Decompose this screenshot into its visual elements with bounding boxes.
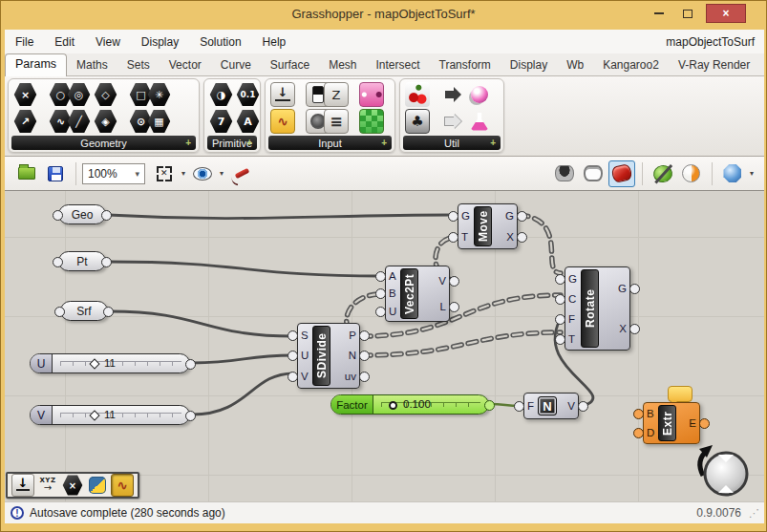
colour-swatch-icon[interactable] xyxy=(359,109,384,134)
rotate-input-g[interactable]: G xyxy=(568,272,577,286)
geometry-param-icon[interactable]: × xyxy=(13,82,37,107)
rotate-output-g[interactable]: G xyxy=(603,282,627,295)
node-pt-param[interactable]: Pt xyxy=(58,251,106,271)
move-input-t[interactable]: T xyxy=(461,230,470,244)
favorite-graph-mapper-icon[interactable]: ∿ xyxy=(111,474,134,497)
rotate-input-c[interactable]: C xyxy=(568,292,577,306)
open-file-button[interactable] xyxy=(13,160,40,187)
mesh-quality-caret-icon[interactable]: ▾ xyxy=(750,169,754,178)
no-preview-button[interactable] xyxy=(551,160,578,187)
move-output-g[interactable]: G xyxy=(496,209,514,223)
sdivide-output-uv[interactable]: uv xyxy=(334,370,356,383)
favorite-point-xyz-icon[interactable]: XYZ→ xyxy=(36,474,59,497)
tab-vray-render[interactable]: V-Ray Render xyxy=(669,55,759,75)
node-slider-v[interactable]: V 11 xyxy=(30,405,190,425)
preview-caret-icon[interactable]: ▾ xyxy=(220,169,224,178)
primitive-group-label[interactable]: Primitive+ xyxy=(207,136,257,150)
relay-arrow-icon[interactable] xyxy=(440,109,465,134)
zoom-extents-caret-icon[interactable]: ▾ xyxy=(181,169,185,178)
save-file-button[interactable] xyxy=(42,160,69,187)
vec2pt-input-u[interactable]: U xyxy=(389,305,396,318)
menu-display[interactable]: Display xyxy=(131,30,189,53)
surface-param-icon[interactable]: ◈ xyxy=(94,109,117,134)
input-group-dropdown-icon[interactable]: + xyxy=(381,138,387,148)
factor-slider-handle[interactable] xyxy=(389,401,397,410)
param-viewer-tree-icon[interactable]: ♣ xyxy=(405,109,430,134)
move-input-g[interactable]: G xyxy=(461,209,470,223)
primitive-group-dropdown-icon[interactable]: + xyxy=(246,138,252,148)
vec2pt-input-a[interactable]: A xyxy=(389,269,396,283)
mesh-param-icon[interactable]: ✳ xyxy=(147,82,171,107)
graph-mapper-icon[interactable]: ∿ xyxy=(270,109,295,134)
value-path-icon[interactable]: Z xyxy=(324,82,349,107)
extr-input-b[interactable]: B xyxy=(647,407,654,420)
tab-kangaroo2[interactable]: Kangaroo2 xyxy=(593,55,669,75)
panel-icon[interactable]: ≡ xyxy=(324,109,349,134)
line-param-icon[interactable]: ╱ xyxy=(67,109,91,134)
zoom-select[interactable]: 100% ▾ xyxy=(82,163,145,184)
geometry-group-label[interactable]: Geometry+ xyxy=(11,136,196,150)
node-srf-param[interactable]: Srf xyxy=(60,301,108,321)
menu-help[interactable]: Help xyxy=(252,30,297,53)
rotate-input-f[interactable]: F xyxy=(568,312,577,326)
favorite-slider-icon[interactable]: ↓ xyxy=(11,474,34,497)
node-extrude[interactable]: B D Extr E xyxy=(643,402,700,444)
gradient-control-icon[interactable] xyxy=(359,82,384,107)
unit-output-v[interactable]: V xyxy=(561,399,575,413)
data-recorder-arrow-icon[interactable] xyxy=(440,82,465,107)
plane-param-icon[interactable]: ◇ xyxy=(94,82,117,107)
menu-view[interactable]: View xyxy=(85,30,131,53)
text-param-icon[interactable]: A xyxy=(236,109,260,134)
node-sdivide[interactable]: S U V SDivide P N uv xyxy=(297,323,360,389)
canvas-navigation-ball[interactable] xyxy=(699,445,747,495)
sdivide-input-s[interactable]: S xyxy=(301,329,309,342)
wireframe-preview-button[interactable] xyxy=(580,160,607,187)
vec2pt-output-v[interactable]: V xyxy=(422,274,446,287)
tab-params[interactable]: Params xyxy=(5,53,67,76)
vec2pt-output-l[interactable]: L xyxy=(422,300,446,313)
sdivide-output-n[interactable]: N xyxy=(334,349,356,362)
move-output-x[interactable]: X xyxy=(496,230,514,244)
menu-solution[interactable]: Solution xyxy=(189,30,251,53)
unit-input-f[interactable]: F xyxy=(527,399,534,413)
brep-param-icon[interactable]: ▦ xyxy=(147,109,171,134)
vector-param-icon[interactable]: ↗ xyxy=(13,109,37,134)
extr-input-d[interactable]: D xyxy=(647,426,654,439)
zoom-extents-button[interactable]: ✕ xyxy=(151,160,178,187)
tab-surface[interactable]: Surface xyxy=(261,55,319,75)
minimize-button[interactable] xyxy=(647,4,671,23)
tab-lunchbox[interactable]: LunchBox xyxy=(759,55,767,75)
node-vec2pt[interactable]: A B U Vec2Pt V L xyxy=(385,266,450,322)
menu-file[interactable]: File xyxy=(5,30,44,53)
extr-output-e[interactable]: E xyxy=(680,416,696,430)
tab-sets[interactable]: Sets xyxy=(117,55,160,75)
node-slider-u[interactable]: U 11 xyxy=(30,353,190,373)
data-dam-icon[interactable] xyxy=(467,82,492,107)
warning-balloon[interactable] xyxy=(668,386,692,402)
spiral-param-icon[interactable]: ◎ xyxy=(67,82,91,107)
input-group-label[interactable]: Input+ xyxy=(268,136,392,150)
slider-u-track[interactable]: 11 xyxy=(53,354,189,372)
tab-vector[interactable]: Vector xyxy=(160,55,211,75)
node-geo-param[interactable]: Geo xyxy=(58,204,106,224)
tab-curve[interactable]: Curve xyxy=(211,55,261,75)
cherry-picker-icon[interactable] xyxy=(405,82,430,107)
node-unit-z[interactable]: F N V xyxy=(523,393,579,419)
rotate-output-x[interactable]: X xyxy=(603,322,627,335)
menu-edit[interactable]: Edit xyxy=(44,30,85,53)
number-slider-icon[interactable]: ↓ xyxy=(270,82,295,107)
favorite-cluster-icon[interactable]: × xyxy=(61,474,84,497)
util-group-label[interactable]: Util+ xyxy=(403,136,501,150)
number-param-icon[interactable]: 0.1 xyxy=(236,82,260,107)
sdivide-input-u[interactable]: U xyxy=(301,349,309,362)
sketch-tool-button[interactable] xyxy=(227,160,254,187)
util-group-dropdown-icon[interactable]: + xyxy=(490,138,496,148)
tab-wb[interactable]: Wb xyxy=(557,55,593,75)
tab-maths[interactable]: Maths xyxy=(67,55,117,75)
mesh-quality-button[interactable] xyxy=(719,160,746,187)
tab-mesh[interactable]: Mesh xyxy=(319,55,366,75)
slider-v-track[interactable]: 11 xyxy=(53,406,189,424)
tab-intersect[interactable]: Intersect xyxy=(367,55,430,75)
preview-toggle-button[interactable] xyxy=(189,160,216,187)
node-rotate[interactable]: G C F T Rotate G X xyxy=(565,266,630,351)
